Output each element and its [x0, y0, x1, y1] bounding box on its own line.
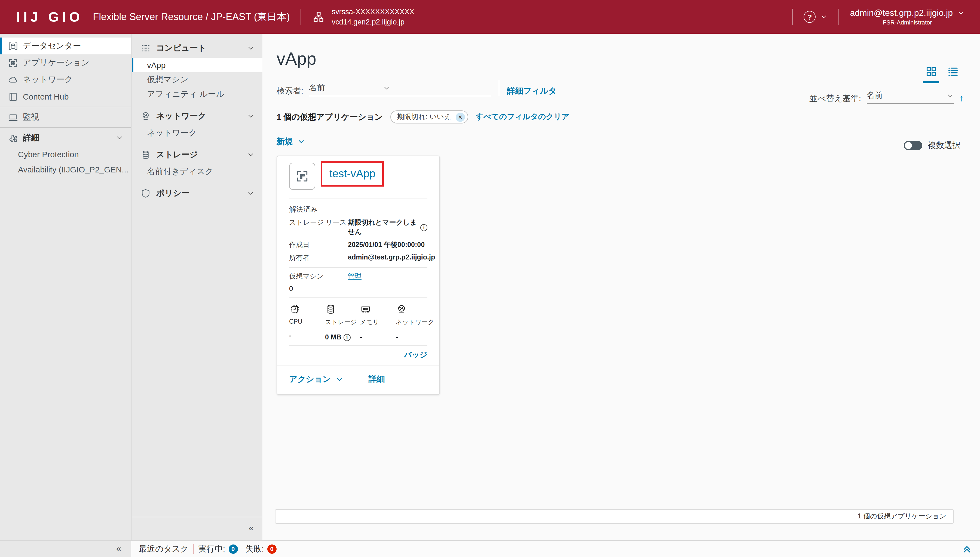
- search-label: 検索者:: [276, 86, 303, 96]
- info-icon[interactable]: i: [343, 334, 351, 341]
- subsidebar-item-affinity-rules[interactable]: アフィニティ ルール: [132, 87, 263, 102]
- metric-memory: メモリ -: [360, 303, 396, 341]
- row-value: admin@test.grp.p2.iijgio.jp: [348, 254, 435, 261]
- details-link[interactable]: 詳細: [369, 374, 385, 384]
- subsidebar-group-storage[interactable]: ストレージ: [132, 145, 263, 164]
- sidebar-item-label: アプリケーション: [23, 58, 90, 68]
- sidebar-collapse-icon[interactable]: «: [116, 543, 121, 554]
- view-toggle: [923, 65, 959, 83]
- result-count: 1 個の仮想アプリケーション: [276, 112, 383, 122]
- subsidebar-item-named-disks[interactable]: 名前付きディスク: [132, 164, 263, 179]
- subsidebar-footer-divider: [132, 517, 263, 517]
- resource-metrics: CPU - ストレージ 0 MB i: [289, 303, 427, 341]
- advanced-filter-link[interactable]: 詳細フィルタ: [507, 86, 557, 96]
- recent-tasks-label[interactable]: 最近のタスク: [139, 544, 189, 554]
- badges-link[interactable]: バッジ: [404, 350, 427, 359]
- sidebar-item-content-hub[interactable]: Content Hub: [0, 88, 131, 105]
- org-id: svrssa-XXXXXXXXXXXX: [332, 7, 414, 17]
- metric-value: -: [396, 334, 434, 341]
- vapp-name-link[interactable]: test-vApp: [329, 168, 376, 179]
- sort-select[interactable]: 名前: [866, 90, 954, 104]
- chevron-down-icon: [116, 134, 124, 142]
- subsidebar-group-compute[interactable]: コンピュート: [132, 38, 263, 58]
- subsidebar-collapse-icon[interactable]: «: [248, 523, 254, 534]
- top-header: IIJ GIO Flexible Server Resource / JP-EA…: [0, 0, 980, 34]
- metric-value: 0 MB: [325, 334, 341, 341]
- storage-cylinder-icon: [325, 303, 360, 315]
- sidebar-item-label: データセンター: [23, 41, 81, 51]
- filter-chip-label: 期限切れ: いいえ: [397, 112, 451, 122]
- toggle-knob: [905, 142, 912, 149]
- sidebar-item-datacenters[interactable]: データセンター: [0, 37, 131, 54]
- expand-tasks-icon[interactable]: [962, 543, 972, 554]
- subsidebar-group-networking[interactable]: ネットワーク: [132, 106, 263, 125]
- header-divider: [838, 9, 839, 25]
- card-divider: [289, 267, 427, 268]
- vapp-card-header: test-vApp: [277, 156, 439, 194]
- list-view-button[interactable]: [947, 65, 959, 83]
- subsidebar-item-vapp[interactable]: vApp: [132, 58, 263, 72]
- new-button[interactable]: 新規: [276, 137, 293, 147]
- vapp-icon: [289, 163, 315, 190]
- multi-select-toggle[interactable]: [904, 141, 922, 150]
- sidebar-item-availability[interactable]: Availability (IIJGIO_P2_GEN...: [0, 161, 131, 177]
- subsidebar-item-label: vApp: [147, 60, 165, 70]
- search-field[interactable]: 名前: [309, 83, 491, 96]
- sidebar-item-monitoring[interactable]: 監視: [0, 109, 131, 125]
- sidebar-item-advanced[interactable]: 詳細: [0, 129, 131, 146]
- sidebar-item-label: Availability (IIJGIO_P2_GEN...: [18, 164, 129, 174]
- data-cluster-icon: [8, 41, 18, 51]
- book-icon: [8, 91, 18, 102]
- metric-label: ネットワーク: [396, 318, 434, 326]
- vm-manage-link[interactable]: 管理: [348, 272, 361, 281]
- applications-grid-icon: [8, 57, 18, 68]
- actions-menu-button[interactable]: アクション: [289, 374, 343, 384]
- annotation-highlight-box: test-vApp: [321, 161, 384, 187]
- failed-count-badge: 0: [267, 544, 276, 554]
- card-divider: [289, 345, 427, 346]
- badge-row: バッジ: [289, 350, 427, 360]
- subsidebar-item-virtual-machines[interactable]: 仮想マシン: [132, 72, 263, 87]
- sidebar-item-cyber-protection[interactable]: Cyber Protection: [0, 146, 131, 161]
- subsidebar-group-policies[interactable]: ポリシー: [132, 183, 263, 203]
- display-icon: [8, 112, 18, 123]
- help-menu[interactable]: ?: [804, 11, 828, 23]
- org-selector[interactable]: svrssa-XXXXXXXXXXXX vcd14.gen2.p2.iijgio…: [312, 7, 414, 27]
- clear-filters-link[interactable]: すべてのフィルタのクリア: [476, 112, 570, 122]
- sidebar-item-applications[interactable]: アプリケーション: [0, 54, 131, 71]
- chevron-down-icon: [946, 92, 954, 99]
- header-divider: [792, 9, 793, 25]
- subsidebar-item-label: ネットワーク: [147, 128, 197, 138]
- task-bar: « 最近のタスク 実行中: 0 失敗: 0: [0, 540, 980, 557]
- help-icon: ?: [804, 11, 815, 23]
- sort-ascending-icon[interactable]: ↑: [959, 93, 964, 104]
- row-label: 所有者: [289, 254, 348, 263]
- subsidebar-group-label: ネットワーク: [156, 111, 206, 121]
- secondary-sidebar: コンピュート vApp 仮想マシン アフィニティ ルール ネットワーク: [131, 34, 263, 540]
- header-divider: [301, 9, 301, 25]
- grid-view-button[interactable]: [923, 65, 939, 83]
- multi-select-label: 複数選択: [928, 140, 960, 151]
- sidebar-item-label: Cyber Protection: [18, 149, 79, 158]
- user-menu[interactable]: admin@test.grp.p2.iijgio.jp FSR-Administ…: [850, 8, 965, 26]
- subsidebar-item-networks[interactable]: ネットワーク: [132, 125, 263, 140]
- metric-storage: ストレージ 0 MB i: [325, 303, 360, 341]
- chevron-down-icon: [247, 189, 255, 197]
- cpu-chip-icon: [289, 303, 325, 315]
- search-attribute-select[interactable]: 名前: [309, 83, 390, 93]
- org-info: svrssa-XXXXXXXXXXXX vcd14.gen2.p2.iijgio…: [332, 7, 414, 27]
- info-icon[interactable]: i: [420, 224, 427, 231]
- running-label: 実行中:: [198, 544, 225, 554]
- search-attribute-value: 名前: [309, 83, 325, 93]
- multi-select-control: 複数選択: [904, 140, 960, 151]
- org-host: vcd14.gen2.p2.iijgio.jp: [332, 17, 414, 27]
- chip-close-icon[interactable]: ✕: [456, 112, 465, 122]
- card-divider: [289, 297, 427, 298]
- sidebar-divider: [0, 127, 131, 128]
- user-role: FSR-Administrator: [883, 19, 932, 26]
- sidebar-item-networking[interactable]: ネットワーク: [0, 71, 131, 88]
- main-content: vApp 検索者: 名前: [263, 34, 980, 540]
- subsidebar-item-label: 名前付きディスク: [147, 166, 214, 177]
- chevron-down-icon: [957, 9, 965, 17]
- card-row-vms: 仮想マシン 管理: [289, 272, 427, 281]
